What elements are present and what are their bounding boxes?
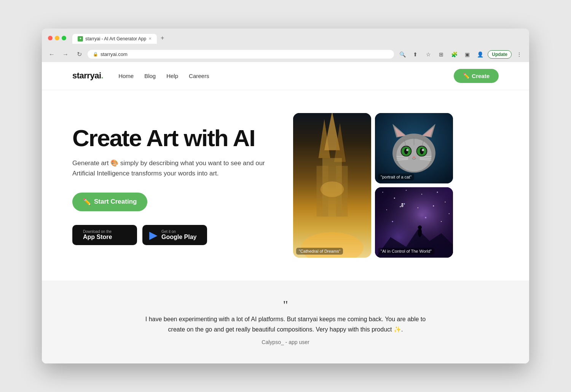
app-store-button[interactable]: Download on the App Store bbox=[72, 225, 137, 245]
start-creating-button[interactable]: ✏️ Start Creating bbox=[72, 193, 147, 211]
puzzle-icon[interactable]: 🧩 bbox=[449, 49, 459, 60]
svg-point-41 bbox=[437, 191, 438, 193]
svg-point-37 bbox=[382, 192, 383, 193]
cathedral-image: "Cathedral of Dreams" bbox=[293, 113, 371, 258]
svg-point-42 bbox=[445, 201, 445, 202]
url-bar[interactable]: 🔒 starryai.com bbox=[88, 50, 394, 59]
maximize-window-button[interactable] bbox=[62, 36, 66, 40]
sidebar-icon[interactable]: ▣ bbox=[462, 49, 472, 60]
new-tab-button[interactable]: + bbox=[157, 32, 168, 44]
share-icon[interactable]: ⬆ bbox=[410, 49, 421, 60]
svg-point-54 bbox=[401, 205, 404, 207]
svg-point-23 bbox=[422, 149, 424, 151]
logo-dot: . bbox=[101, 71, 104, 80]
tab-bar: starryai - AI Art Generator App ✕ + bbox=[72, 32, 523, 44]
back-button[interactable]: ← bbox=[46, 49, 57, 60]
nav-home[interactable]: Home bbox=[118, 73, 134, 79]
cat-caption: "portrait of a cat" bbox=[378, 174, 414, 180]
svg-point-56 bbox=[400, 206, 401, 207]
svg-point-47 bbox=[449, 213, 450, 214]
browser-controls: starryai - AI Art Generator App ✕ + bbox=[48, 32, 523, 44]
space-image: "AI in Control of The World" bbox=[375, 187, 453, 258]
testimonial-text: I have been experimenting with a lot of … bbox=[137, 314, 434, 335]
svg-point-53 bbox=[418, 225, 422, 229]
testimonial-author: Calypso_ - app user bbox=[72, 339, 499, 345]
svg-point-7 bbox=[321, 182, 344, 197]
browser-toolbar: ← → ↻ 🔒 starryai.com 🔍 ⬆ ☆ ⊞ 🧩 ▣ 👤 Updat… bbox=[42, 47, 529, 62]
hero-content: Create Art with AI Generate art 🎨 simply… bbox=[72, 126, 270, 245]
hero-images: "Cathedral of Dreams" bbox=[293, 113, 453, 258]
nav-links: Home Blog Help Careers bbox=[118, 73, 454, 79]
security-lock-icon: 🔒 bbox=[93, 52, 98, 57]
cat-image: "portrait of a cat" bbox=[375, 113, 453, 183]
testimonial-section: " I have been experimenting with a lot o… bbox=[42, 280, 529, 363]
traffic-lights bbox=[48, 36, 66, 40]
google-play-button[interactable]: ▶ Get it on Google Play bbox=[142, 225, 207, 245]
nav-careers[interactable]: Careers bbox=[189, 73, 209, 79]
main-ai-image: "Cathedral of Dreams" bbox=[293, 113, 371, 258]
hero-subtitle: Generate art 🎨 simply by describing what… bbox=[72, 158, 270, 178]
svg-point-39 bbox=[406, 190, 407, 191]
minimize-window-button[interactable] bbox=[55, 36, 59, 40]
profile-avatar[interactable]: 👤 bbox=[475, 49, 485, 60]
toolbar-right: 🔍 ⬆ ☆ ⊞ 🧩 ▣ 👤 Update ⋮ bbox=[397, 49, 525, 60]
menu-icon[interactable]: ⋮ bbox=[514, 49, 525, 60]
close-window-button[interactable] bbox=[48, 36, 53, 40]
app-download-buttons: Download on the App Store ▶ Get it on Go… bbox=[72, 225, 270, 245]
start-btn-icon: ✏️ bbox=[83, 198, 91, 206]
cat-placeholder: "portrait of a cat" bbox=[375, 113, 453, 183]
website-content: starryai. Home Blog Help Careers ✏️ Crea… bbox=[42, 62, 529, 363]
space-placeholder: "AI in Control of The World" bbox=[375, 187, 453, 258]
svg-point-40 bbox=[421, 194, 422, 194]
nav-help[interactable]: Help bbox=[166, 73, 178, 79]
browser-titlebar: starryai - AI Art Generator App ✕ + bbox=[42, 29, 529, 47]
hero-section: Create Art with AI Generate art 🎨 simply… bbox=[42, 90, 529, 280]
url-text: starryai.com bbox=[100, 51, 128, 57]
bookmark-icon[interactable]: ☆ bbox=[423, 49, 434, 60]
cathedral-caption: "Cathedral of Dreams" bbox=[296, 248, 343, 255]
tab-favicon-icon bbox=[78, 36, 83, 41]
quote-mark: " bbox=[72, 299, 499, 311]
app-store-text: Download on the App Store bbox=[83, 229, 112, 241]
update-button[interactable]: Update bbox=[488, 50, 512, 59]
svg-point-55 bbox=[404, 203, 405, 205]
google-play-large-text: Google Play bbox=[161, 234, 196, 241]
svg-point-46 bbox=[433, 205, 434, 206]
google-play-small-text: Get it on bbox=[161, 229, 196, 234]
hero-title: Create Art with AI bbox=[72, 126, 270, 150]
nav-blog[interactable]: Blog bbox=[144, 73, 156, 79]
tab-title: starryai - AI Art Generator App bbox=[85, 36, 146, 41]
svg-point-38 bbox=[394, 198, 395, 199]
svg-point-49 bbox=[425, 217, 426, 218]
svg-point-43 bbox=[386, 209, 387, 210]
svg-point-50 bbox=[441, 221, 442, 222]
site-navigation: starryai. Home Blog Help Careers ✏️ Crea… bbox=[42, 62, 529, 90]
browser-window: starryai - AI Art Generator App ✕ + ← → … bbox=[42, 29, 529, 363]
svg-point-22 bbox=[406, 149, 408, 151]
forward-button[interactable]: → bbox=[60, 49, 71, 60]
space-caption: "AI in Control of The World" bbox=[378, 248, 434, 255]
tab-close-button[interactable]: ✕ bbox=[148, 37, 152, 41]
site-logo[interactable]: starryai. bbox=[72, 71, 103, 81]
logo-text: starryai bbox=[72, 71, 101, 80]
active-tab[interactable]: starryai - AI Art Generator App ✕ bbox=[72, 34, 157, 44]
google-play-text: Get it on Google Play bbox=[161, 229, 196, 241]
create-button[interactable]: ✏️ Create bbox=[454, 69, 499, 83]
svg-point-45 bbox=[418, 207, 418, 208]
app-store-small-text: Download on the bbox=[83, 229, 112, 234]
pencil-icon: ✏️ bbox=[463, 73, 469, 79]
start-btn-label: Start Creating bbox=[94, 198, 137, 206]
app-store-large-text: App Store bbox=[83, 234, 112, 241]
svg-point-44 bbox=[402, 203, 403, 205]
search-icon[interactable]: 🔍 bbox=[397, 49, 408, 60]
reload-button[interactable]: ↻ bbox=[74, 49, 85, 60]
extensions-icon[interactable]: ⊞ bbox=[436, 49, 447, 60]
create-button-label: Create bbox=[472, 73, 490, 79]
play-icon: ▶ bbox=[149, 229, 158, 241]
svg-point-48 bbox=[392, 221, 393, 222]
